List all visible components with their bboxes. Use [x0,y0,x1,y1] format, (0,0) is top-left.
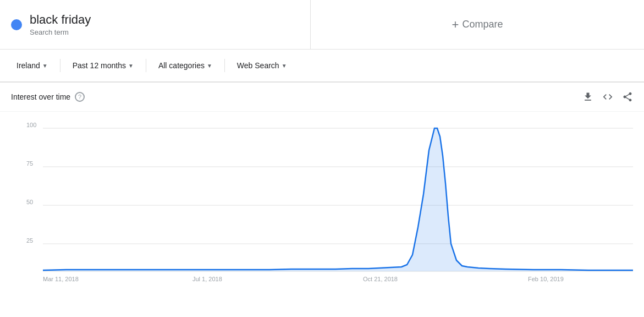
region-label: Ireland [16,61,40,70]
help-symbol: ? [78,94,81,100]
time-chevron-icon: ▼ [128,63,134,69]
time-filter[interactable]: Past 12 months ▼ [67,58,139,73]
trend-fill [43,128,633,271]
region-filter[interactable]: Ireland ▼ [11,58,53,73]
categories-label: All categories [158,61,205,70]
section-title-area: Interest over time ? [11,92,85,102]
share-button[interactable] [622,91,633,102]
trend-line [43,128,633,270]
search-dot-icon [11,19,22,30]
filter-separator-1 [60,59,60,72]
section-actions [582,91,633,102]
x-label-feb: Feb 10, 2019 [528,276,564,282]
filter-separator-2 [146,59,146,72]
interest-over-time-section: Interest over time ? [0,83,644,304]
chart-container: 100 75 50 25 Mar 11, 2018 Jul 1, 2018 Oc… [0,112,644,304]
trend-chart: 100 75 50 25 Mar 11, 2018 Jul 1, 2018 Oc… [11,117,633,282]
embed-button[interactable] [602,91,613,102]
y-label-25: 25 [26,237,33,244]
search-term-title: black friday [30,13,91,27]
compare-button[interactable]: + Compare [452,18,503,32]
section-header: Interest over time ? [0,83,644,112]
header: black friday Search term + Compare [0,0,644,50]
help-icon[interactable]: ? [75,92,85,102]
compare-section[interactable]: + Compare [311,0,644,49]
section-title: Interest over time [11,92,70,101]
y-label-75: 75 [26,160,33,167]
x-label-jul: Jul 1, 2018 [192,276,222,282]
compare-plus-icon: + [452,18,459,32]
region-chevron-icon: ▼ [42,63,48,69]
search-type-chevron-icon: ▼ [282,63,287,69]
search-term-section: black friday Search term [0,0,311,49]
x-label-oct: Oct 21, 2018 [363,276,398,282]
y-label-100: 100 [26,122,36,128]
search-type-filter[interactable]: Web Search ▼ [232,58,293,73]
filter-separator-3 [224,59,225,72]
search-type-label: Web Search [237,61,279,70]
y-label-50: 50 [26,199,33,205]
x-label-mar: Mar 11, 2018 [43,276,79,282]
compare-label: Compare [462,19,503,30]
search-info: black friday Search term [30,13,91,36]
filters-bar: Ireland ▼ Past 12 months ▼ All categorie… [0,50,644,83]
search-term-type: Search term [30,28,91,36]
time-label: Past 12 months [73,61,126,70]
categories-filter[interactable]: All categories ▼ [153,58,218,73]
download-button[interactable] [582,91,593,102]
categories-chevron-icon: ▼ [207,63,212,69]
